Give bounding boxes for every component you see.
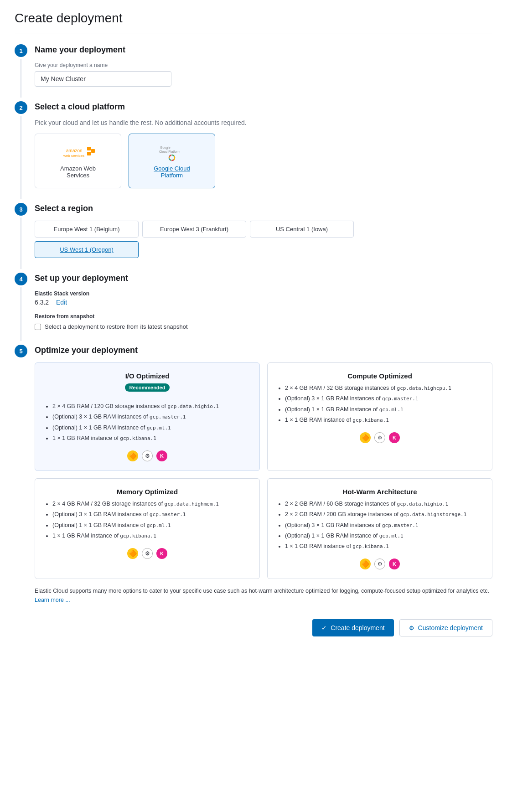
checkmark-icon: ✓ [321,624,327,631]
region-us-central-1[interactable]: US Central 1 (Iowa) [250,221,354,238]
step-4-left: 4 [15,273,27,341]
kibana-icon-io: K [156,450,167,461]
step-2-left: 2 [15,101,27,199]
compute-mono-1: gcp.master.1 [382,396,418,402]
elastic-icon-io: 🔶 [127,450,138,461]
card-compute-optimized[interactable]: Compute Optimized 2 × 4 GB RAM / 32 GB s… [267,362,492,471]
step-3-line [21,217,21,269]
cloud-card-aws[interactable]: amazon web services Amazon Web Services [35,134,121,188]
customize-deployment-button[interactable]: ⚙ Customize deployment [399,619,492,636]
version-value: 6.3.2 [35,299,49,306]
kibana-icon-memory: K [156,548,167,559]
region-eu-west-1[interactable]: Europe West 1 (Belgium) [35,221,139,238]
step-5-left: 5 [15,345,27,647]
gcp-name: Google Cloud Platform [144,165,200,179]
card-memory-icons: 🔶 ⚙ K [44,548,250,559]
create-deployment-button[interactable]: ✓ Create deployment [312,619,393,636]
step-3-title: Select a region [35,203,492,213]
elastic-version-row: Elastic Stack version 6.3.2 Edit [35,290,492,306]
memory-feature-3: 1 × 1 GB RAM instance of gcp.kibana.1 [52,531,250,541]
customize-gear-icon: ⚙ [409,625,414,631]
step-3-container: 3 Select a region Europe West 1 (Belgium… [15,203,492,269]
hw-mono-2: gcp.master.1 [382,522,418,528]
card-memory-title: Memory Optimized [44,488,250,496]
card-memory-features: 2 × 4 GB RAM / 32 GB storage instances o… [44,499,250,541]
snapshot-checkbox-row: Select a deployment to restore from its … [35,323,492,330]
settings-icon-hw: ⚙ [374,559,385,569]
step-5-number: 5 [15,345,27,357]
step-2-content: Select a cloud platform Pick your cloud … [35,101,492,199]
memory-mono-3: gcp.kibana.1 [120,533,156,539]
hot-warm-feature-0: 2 × 2 GB RAM / 60 GB storage instances o… [285,499,483,509]
memory-mono-2: gcp.ml.1 [147,522,171,528]
hot-warm-feature-3: (Optional) 1 × 1 GB RAM instance of gcp.… [285,531,483,541]
settings-icon-io: ⚙ [142,450,153,461]
step-1-title: Name your deployment [35,44,492,55]
card-hot-warm-title: Hot-Warm Architecture [277,488,483,496]
action-buttons: ✓ Create deployment ⚙ Customize deployme… [35,615,492,636]
step-2-container: 2 Select a cloud platform Pick your clou… [15,101,492,199]
step-3-left: 3 [15,203,27,269]
hw-mono-0: gcp.data.highio.1 [397,501,449,507]
io-mono-0: gcp.data.highio.1 [168,403,219,409]
io-feature-1: (Optional) 3 × 1 GB RAM instances of gcp… [52,412,250,422]
gcp-logo: Google Cloud Platform [158,143,186,161]
io-mono-3: gcp.kibana.1 [120,435,156,441]
io-feature-3: 1 × 1 GB RAM instance of gcp.kibana.1 [52,434,250,443]
cloud-card-gcp[interactable]: Google Cloud Platform Google Cloud Platf… [129,134,215,188]
compute-mono-0: gcp.data.highcpu.1 [397,385,451,391]
snapshot-checkbox[interactable] [35,324,41,330]
memory-mono-1: gcp.master.1 [150,512,186,517]
deployment-name-input[interactable] [35,71,171,87]
cloud-platform-subtitle: Pick your cloud and let us handle the re… [35,119,492,126]
step-5-content: Optimize your deployment I/O Optimized R… [35,345,492,647]
compute-feature-2: (Optional) 1 × 1 GB RAM instance of gcp.… [285,405,483,414]
deployment-name-label: Give your deployment a name [35,62,492,68]
page-title: Create deployment [15,11,492,33]
card-hot-warm[interactable]: Hot-Warm Architecture 2 × 2 GB RAM / 60 … [267,478,492,579]
hot-warm-feature-2: (Optional) 3 × 1 GB RAM instances of gcp… [285,521,483,530]
region-eu-west-3[interactable]: Europe West 3 (Frankfurt) [142,221,246,238]
edit-version-link[interactable]: Edit [56,299,67,306]
step-3-number: 3 [15,203,27,216]
recommended-badge: Recommended [125,383,170,392]
svg-text:Cloud Platform: Cloud Platform [159,150,180,153]
elastic-icon-hw: 🔶 [360,559,371,569]
learn-more-link[interactable]: Learn more ... [35,597,70,603]
card-compute-title: Compute Optimized [277,372,483,380]
svg-rect-4 [91,149,95,153]
footer-note: Elastic Cloud supports many more options… [35,586,492,605]
step-4-number: 4 [15,273,27,285]
io-feature-0: 2 × 4 GB RAM / 120 GB storage instances … [52,402,250,411]
hw-mono-3: gcp.ml.1 [379,533,404,539]
step-1-container: 1 Name your deployment Give your deploym… [15,44,492,98]
step-2-number: 2 [15,101,27,114]
card-compute-icons: 🔶 ⚙ K [277,432,483,443]
compute-feature-3: 1 × 1 GB RAM instance of gcp.kibana.1 [285,415,483,425]
svg-text:Google: Google [160,146,171,150]
svg-text:web services: web services [63,154,84,158]
elastic-icon-compute: 🔶 [360,432,371,443]
card-memory-optimized[interactable]: Memory Optimized 2 × 4 GB RAM / 32 GB st… [35,478,260,579]
region-us-west-1[interactable]: US West 1 (Oregon) [35,241,139,258]
step-1-content: Name your deployment Give your deploymen… [35,44,492,98]
io-mono-1: gcp.master.1 [150,414,186,420]
memory-mono-0: gcp.data.highmem.1 [165,501,219,507]
step-4-line [21,287,21,341]
create-label: Create deployment [331,624,384,631]
card-hot-warm-icons: 🔶 ⚙ K [277,559,483,569]
aws-name: Amazon Web Services [50,165,106,179]
step-4-title: Set up your deployment [35,273,492,283]
aws-logo: amazon web services [60,143,96,161]
hot-warm-feature-4: 1 × 1 GB RAM instance of gcp.kibana.1 [285,542,483,551]
step-5-title: Optimize your deployment [35,345,492,355]
cloud-options: amazon web services Amazon Web Services … [35,134,492,188]
settings-icon-compute: ⚙ [374,432,385,443]
elastic-icon-memory: 🔶 [127,548,138,559]
card-io-features: 2 × 4 GB RAM / 120 GB storage instances … [44,402,250,443]
card-compute-features: 2 × 4 GB RAM / 32 GB storage instances o… [277,383,483,425]
hw-mono-4: gcp.kibana.1 [352,543,388,549]
card-io-optimized[interactable]: I/O Optimized Recommended 2 × 4 GB RAM /… [35,362,260,471]
svg-rect-3 [87,152,91,155]
svg-rect-2 [87,147,91,150]
